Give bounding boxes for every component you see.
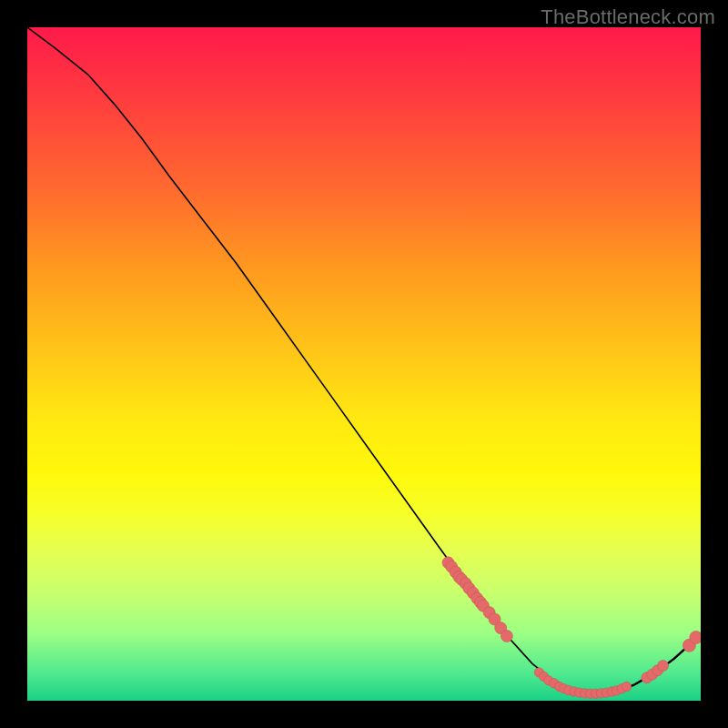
data-cluster-c — [642, 661, 669, 683]
data-point — [690, 631, 701, 643]
data-point — [622, 682, 631, 691]
plot-svg — [27, 27, 701, 701]
data-point — [658, 661, 669, 672]
bottleneck-curve — [27, 27, 701, 693]
data-cluster-a — [442, 557, 512, 642]
plot-area — [27, 27, 701, 701]
data-cluster-b — [534, 668, 632, 699]
watermark-text: TheBottleneck.com — [541, 5, 715, 29]
data-cluster-d — [682, 631, 701, 652]
chart-stage: TheBottleneck.com — [0, 0, 728, 728]
data-point — [500, 630, 512, 642]
